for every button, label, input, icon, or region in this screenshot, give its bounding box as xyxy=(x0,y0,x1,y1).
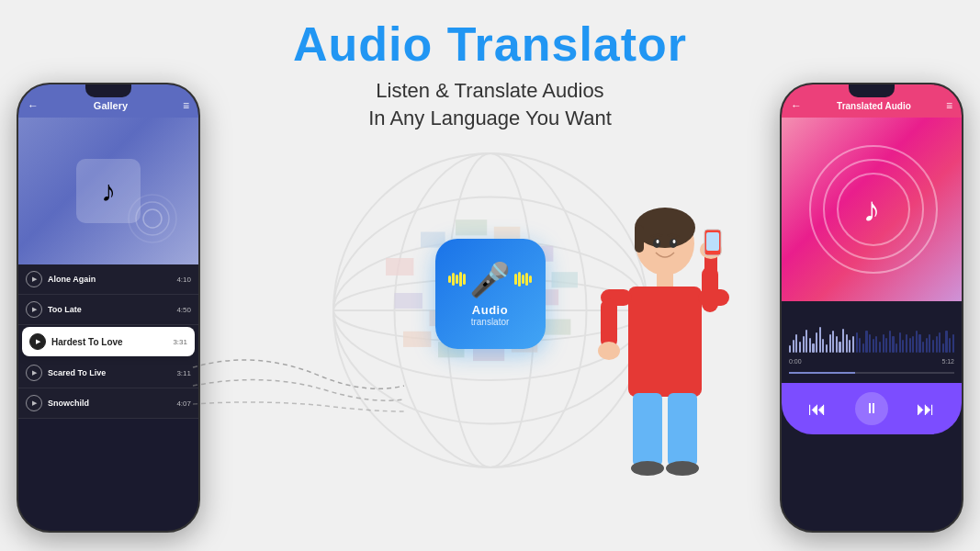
list-item[interactable]: ▶ Snowchild 4:07 xyxy=(18,388,198,419)
song-duration: 3:11 xyxy=(176,369,191,377)
wave-bar xyxy=(922,342,924,353)
wave-bar xyxy=(936,336,938,353)
song-list: ▶ Alone Again 4:10 ▶ Too Late 4:50 ▶ Har… xyxy=(18,264,198,419)
app-name-label: Audio xyxy=(472,303,508,317)
svg-rect-12 xyxy=(551,272,578,287)
svg-rect-22 xyxy=(543,320,570,335)
list-item-active[interactable]: ▶ Hardest To Love 3:31 xyxy=(22,327,195,356)
wave-bar xyxy=(793,340,794,353)
svg-rect-41 xyxy=(668,393,697,467)
wave-bar xyxy=(829,334,831,353)
progress-section xyxy=(782,372,962,383)
wave-bar xyxy=(875,336,877,353)
svg-rect-7 xyxy=(386,258,413,276)
song-title-active: Hardest To Love xyxy=(51,337,173,347)
song-duration: 4:10 xyxy=(176,276,191,284)
microphone-icon: 🎤 xyxy=(469,261,511,299)
wave-bar xyxy=(909,338,911,353)
waveform-display xyxy=(782,301,962,356)
song-title: Too Late xyxy=(48,305,176,314)
next-button[interactable]: ⏭ xyxy=(909,392,942,425)
left-waves xyxy=(448,272,466,287)
wave-bar xyxy=(822,339,824,353)
wave-bar xyxy=(809,338,811,353)
wave-bar xyxy=(929,334,930,353)
play-button-active[interactable]: ▶ xyxy=(29,333,46,350)
svg-rect-32 xyxy=(698,289,729,306)
song-title: Scared To Live xyxy=(48,368,176,377)
wave-bar xyxy=(942,343,944,353)
left-phone: ← Gallery ≡ ♪ ▶ Alone Again 4:10 ▶ Too L… xyxy=(17,83,200,533)
wave-bar xyxy=(816,332,817,353)
svg-rect-33 xyxy=(702,266,718,312)
svg-point-43 xyxy=(666,461,699,476)
svg-point-47 xyxy=(673,240,676,243)
wave-bar xyxy=(939,332,941,353)
play-button[interactable]: ▶ xyxy=(26,271,42,287)
svg-rect-18 xyxy=(403,332,431,347)
wave-bar xyxy=(803,336,805,353)
wave-bar xyxy=(879,342,881,353)
wave-bar xyxy=(873,339,874,353)
svg-rect-34 xyxy=(704,248,717,274)
wave-bar xyxy=(836,336,838,353)
app-icon[interactable]: 🎤 Audio translator xyxy=(435,239,546,349)
wave-bar xyxy=(812,343,814,353)
song-duration: 4:07 xyxy=(176,399,191,408)
wave-bar xyxy=(918,334,920,353)
wave-bar xyxy=(832,331,834,353)
wave-bar xyxy=(799,342,801,353)
list-item[interactable]: ▶ Alone Again 4:10 xyxy=(18,264,198,295)
total-time: 5:12 xyxy=(941,358,954,365)
svg-point-24 xyxy=(136,202,169,235)
music-note-icon-right: ♪ xyxy=(835,173,908,246)
wave-bar xyxy=(862,343,864,353)
song-duration-active: 3:31 xyxy=(173,338,187,346)
wave-bar xyxy=(839,342,840,353)
wave-bar xyxy=(892,336,894,353)
list-item[interactable]: ▶ Scared To Live 3:11 xyxy=(18,358,198,388)
svg-point-35 xyxy=(700,241,722,259)
wave-bar xyxy=(952,334,954,353)
left-album-art: ♪ xyxy=(18,118,198,264)
song-duration: 4:50 xyxy=(176,306,191,314)
wave-bar xyxy=(856,332,858,353)
svg-rect-13 xyxy=(394,293,422,309)
time-display: 0:00 5:12 xyxy=(782,356,962,368)
header-section: Audio Translator Listen & Translate Audi… xyxy=(0,0,980,131)
current-time: 0:00 xyxy=(789,358,802,365)
wave-bar xyxy=(846,334,848,353)
page-subtitle: Listen & Translate Audios In Any Languag… xyxy=(0,77,980,131)
wave-bar xyxy=(945,331,947,353)
wave-bar xyxy=(902,340,904,353)
svg-point-45 xyxy=(670,239,677,248)
wave-bar xyxy=(842,329,844,353)
pause-button[interactable]: ⏸ xyxy=(855,392,888,425)
right-phone: ← Translated Audio ≡ ♪ 0:00 5:12 ⏮ ⏸ ⏭ xyxy=(780,83,963,533)
list-item[interactable]: ▶ Too Late 4:50 xyxy=(18,295,198,325)
wave-bar xyxy=(795,334,797,353)
wave-bar xyxy=(899,332,901,353)
wave-bar xyxy=(912,336,914,353)
playback-controls: ⏮ ⏸ ⏭ xyxy=(782,383,962,434)
song-title: Alone Again xyxy=(48,275,176,284)
svg-rect-37 xyxy=(706,232,719,251)
wave-bar xyxy=(852,336,854,353)
wave-bar xyxy=(889,331,891,353)
progress-fill xyxy=(789,372,855,374)
page-title: Audio Translator xyxy=(0,17,980,72)
wave-bar xyxy=(859,338,861,353)
right-album-art: ♪ xyxy=(782,118,962,301)
play-button[interactable]: ▶ xyxy=(26,395,42,411)
wave-bar xyxy=(869,334,871,353)
progress-bar[interactable] xyxy=(789,372,954,374)
app-icon-content: 🎤 xyxy=(448,261,532,299)
play-button[interactable]: ▶ xyxy=(26,365,42,381)
wave-bar xyxy=(865,331,867,353)
play-button[interactable]: ▶ xyxy=(26,301,42,318)
wave-bar xyxy=(926,338,928,353)
wave-bar xyxy=(789,345,791,353)
wave-bar xyxy=(883,334,884,353)
prev-button[interactable]: ⏮ xyxy=(801,392,834,425)
svg-point-23 xyxy=(143,209,162,228)
